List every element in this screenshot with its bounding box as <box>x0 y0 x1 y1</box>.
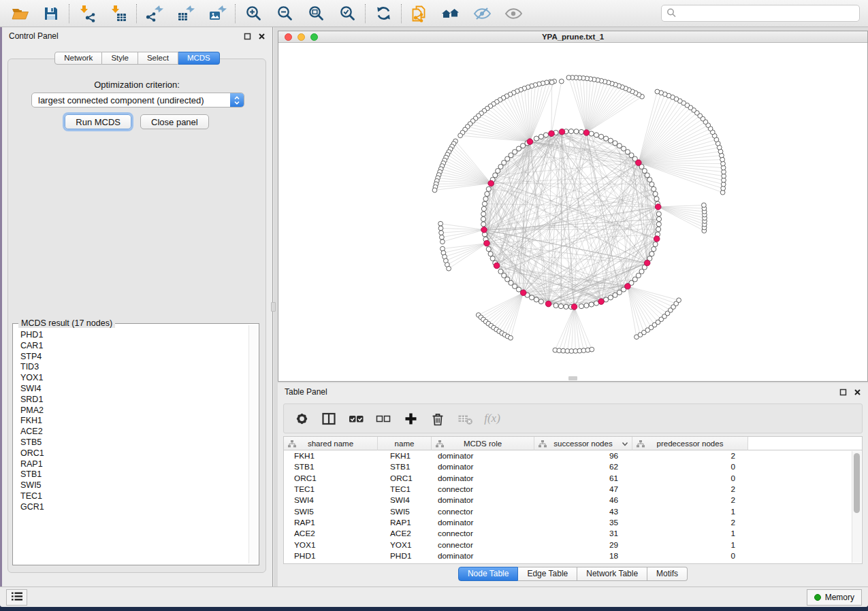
zoom-in-button[interactable] <box>242 3 265 24</box>
network-node[interactable] <box>649 182 654 186</box>
column-header-shared-name[interactable]: shared name <box>284 437 378 450</box>
network-node[interactable] <box>579 304 583 309</box>
network-node[interactable] <box>584 303 589 308</box>
column-header-successor-nodes[interactable]: successor nodes <box>534 437 632 450</box>
network-node[interactable] <box>590 347 594 352</box>
mcds-dominator-node[interactable] <box>545 301 551 307</box>
network-node[interactable] <box>539 134 543 139</box>
mcds-dominator-node[interactable] <box>654 236 660 242</box>
table-settings-button[interactable] <box>293 410 310 427</box>
network-node[interactable] <box>589 302 594 307</box>
export-table-button[interactable] <box>174 3 197 24</box>
mcds-dominator-node[interactable] <box>598 299 605 305</box>
network-node[interactable] <box>439 231 444 235</box>
network-node[interactable] <box>574 129 579 134</box>
network-node[interactable] <box>677 298 681 303</box>
network-node[interactable] <box>608 138 613 143</box>
network-node[interactable] <box>481 212 486 216</box>
tab-mcds[interactable]: MCDS <box>178 52 220 65</box>
column-header-predecessor-nodes[interactable]: predecessor nodes <box>632 437 748 450</box>
network-node[interactable] <box>488 252 493 257</box>
result-item[interactable]: FKH1 <box>20 416 248 427</box>
network-node[interactable] <box>534 136 539 141</box>
close-window-icon[interactable] <box>285 33 292 41</box>
network-node[interactable] <box>654 197 659 201</box>
result-item[interactable]: RAP1 <box>20 459 248 470</box>
network-node[interactable] <box>653 242 658 246</box>
network-node[interactable] <box>509 335 513 340</box>
mcds-dominator-node[interactable] <box>559 129 565 135</box>
mcds-dominator-node[interactable] <box>636 160 642 166</box>
network-node[interactable] <box>559 79 564 84</box>
tab-edge-table[interactable]: Edge Table <box>518 567 577 581</box>
mcds-dominator-node[interactable] <box>488 180 494 186</box>
tab-style[interactable]: Style <box>102 52 138 65</box>
network-node[interactable] <box>656 212 661 216</box>
result-item[interactable]: YOX1 <box>20 373 248 384</box>
result-item[interactable]: STB1 <box>20 469 248 480</box>
tab-network-table[interactable]: Network Table <box>577 567 647 581</box>
close-table-panel-icon[interactable] <box>854 389 861 396</box>
network-node[interactable] <box>486 186 491 191</box>
network-node[interactable] <box>440 240 445 244</box>
run-mcds-button[interactable]: Run MCDS <box>65 114 131 129</box>
result-item[interactable]: SWI5 <box>20 480 248 491</box>
network-node[interactable] <box>534 297 539 302</box>
tab-motifs[interactable]: Motifs <box>647 567 688 581</box>
tab-select[interactable]: Select <box>138 52 178 65</box>
network-node[interactable] <box>558 304 563 309</box>
network-node[interactable] <box>438 221 443 226</box>
network-node[interactable] <box>613 141 617 146</box>
network-node[interactable] <box>481 206 486 211</box>
network-node[interactable] <box>539 299 543 304</box>
network-node[interactable] <box>645 173 649 178</box>
network-node[interactable] <box>440 235 445 240</box>
network-node[interactable] <box>652 247 656 252</box>
network-node[interactable] <box>483 197 488 201</box>
table-scrollbar[interactable] <box>852 451 861 563</box>
mcds-dominator-node[interactable] <box>484 240 490 246</box>
column-header-name[interactable]: name <box>378 437 432 450</box>
network-node[interactable] <box>579 129 583 134</box>
table-row[interactable]: ACE2ACE2connector311 <box>284 528 862 539</box>
network-node[interactable] <box>486 247 491 252</box>
network-node[interactable] <box>589 131 594 136</box>
network-node[interactable] <box>594 133 598 137</box>
result-item[interactable]: SRD1 <box>20 395 248 406</box>
table-row[interactable]: YOX1YOX1connector291 <box>284 539 862 550</box>
table-row[interactable]: SWI4SWI4dominator462 <box>284 495 862 506</box>
first-neighbors-button[interactable] <box>439 3 462 24</box>
mcds-dominator-node[interactable] <box>520 290 526 296</box>
result-item[interactable]: STB5 <box>20 437 248 448</box>
memory-button[interactable]: Memory <box>807 589 862 606</box>
table-row[interactable]: RAP1RAP1dominator352 <box>284 517 862 528</box>
result-item[interactable]: CAR1 <box>20 341 248 352</box>
network-node[interactable] <box>656 222 661 227</box>
network-node[interactable] <box>608 295 613 300</box>
mcds-dominator-node[interactable] <box>625 284 631 290</box>
result-item[interactable]: GCR1 <box>20 502 248 513</box>
search-input[interactable] <box>679 9 854 18</box>
network-node[interactable] <box>549 80 554 85</box>
add-row-button[interactable] <box>402 410 419 427</box>
result-item[interactable]: TID3 <box>20 362 248 373</box>
network-node[interactable] <box>566 76 571 80</box>
duplicate-network-button[interactable] <box>408 3 431 24</box>
network-node[interactable] <box>652 186 656 191</box>
split-divider-handle[interactable] <box>568 376 577 380</box>
delete-row-button[interactable] <box>430 410 446 427</box>
network-node[interactable] <box>604 136 609 141</box>
deselect-all-rows-button[interactable] <box>375 410 391 427</box>
import-network-button[interactable] <box>76 3 99 24</box>
minimize-window-icon[interactable] <box>298 33 305 41</box>
mcds-dominator-node[interactable] <box>655 204 661 210</box>
network-node[interactable] <box>481 216 485 221</box>
network-node[interactable] <box>649 252 654 257</box>
table-row[interactable]: PHD1PHD1dominator180 <box>284 550 862 561</box>
mcds-dominator-node[interactable] <box>644 260 650 266</box>
network-node[interactable] <box>613 293 617 297</box>
open-file-button[interactable] <box>8 3 31 24</box>
table-row[interactable]: TEC1TEC1connector472 <box>284 484 862 495</box>
result-item[interactable]: ACE2 <box>20 427 248 437</box>
panel-divider-handle[interactable] <box>271 302 276 312</box>
